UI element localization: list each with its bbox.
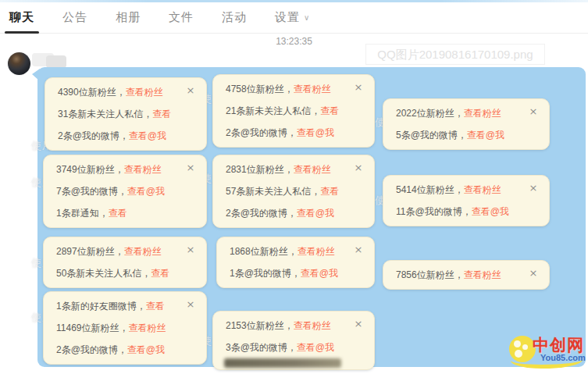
notification-card: × 1条新的好友圈微博，查看11469位新粉丝，查看粉丝2条@我的微博，查看@我 [43,291,207,365]
notification-card: × 5414位新粉丝，查看粉丝11条@我的微博，查看@我 [383,175,550,226]
notification-line: 2897位新粉丝，查看粉丝 [56,240,194,262]
sender-name-blurred [32,53,68,68]
view-link[interactable]: 查看粉丝 [464,269,501,280]
view-link[interactable]: 查看@我 [127,344,165,355]
notification-card: × 2897位新粉丝，查看粉丝50条新未关注人私信，查看 [43,237,207,288]
notification-text: 2022位新粉丝， [396,108,464,119]
view-link[interactable]: 查看@我 [472,206,509,217]
view-link[interactable]: 查看粉丝 [294,164,331,175]
notification-card: × 2153位新粉丝，查看粉丝3条@我的微博，查看@我 [212,311,375,370]
notification-line: 7856位新粉丝，查看粉丝 [396,264,536,286]
notification-text: 11条@我的微博， [396,206,472,217]
notification-text: 2条@我的微博， [56,344,127,355]
view-link[interactable]: 查看@我 [297,208,334,219]
notification-text: 1条新的好友圈微博， [56,301,146,312]
notification-line: 31条新未关注人私信，查看 [58,103,194,125]
notification-line: 57条新未关注人私信，查看 [226,180,362,202]
tab-bar: 聊天公告相册文件活动设置∨ [0,2,588,34]
notification-text: 7856位新粉丝， [396,269,464,280]
notification-line: 4758位新粉丝，查看粉丝 [226,78,362,100]
notification-text: 57条新未关注人私信， [226,186,320,197]
notification-line: 7条@我的微博，查看@我 [56,180,194,202]
tab-chat[interactable]: 聊天 [6,2,37,34]
tab-activity[interactable]: 活动 [219,2,250,34]
close-icon[interactable]: × [528,268,539,279]
notification-line: 1868位新粉丝，查看粉丝 [230,240,362,262]
tab-album[interactable]: 相册 [112,2,144,34]
view-link[interactable]: 查看粉丝 [126,87,163,98]
view-link[interactable]: 查看粉丝 [298,246,335,257]
chat-window: 聊天公告相册文件活动设置∨ 13:23:35 QQ图片2019081617010… [0,0,588,374]
notification-card: × 4758位新粉丝，查看粉丝21条新未关注人私信，查看2条@我的微博，查看@我 [212,74,375,148]
close-icon[interactable]: × [528,106,539,117]
close-icon[interactable]: × [353,82,364,93]
view-link[interactable]: 查看粉丝 [294,320,331,331]
view-link[interactable]: 查看粉丝 [128,322,166,333]
notification-text: 5条@我的微博， [396,130,467,141]
tab-announcement[interactable]: 公告 [59,2,91,34]
notification-line: 1条群通知，查看 [56,202,194,224]
notification-line: 2022位新粉丝，查看粉丝 [396,102,536,124]
notification-text: 1条群通知， [56,208,109,219]
notification-text: 2153位新粉丝， [226,320,294,331]
tab-settings[interactable]: 设置∨ [272,2,313,34]
view-link[interactable]: 查看粉丝 [294,84,331,94]
close-icon[interactable]: × [185,299,196,310]
notification-line: 1条新的好友圈微博，查看 [56,295,194,317]
notification-text: 31条新未关注人私信， [58,109,152,119]
notification-text: 21条新未关注人私信， [226,105,320,116]
view-link[interactable]: 查看@我 [467,130,504,141]
close-icon[interactable]: × [353,162,364,173]
close-icon[interactable]: × [185,85,196,96]
close-icon[interactable]: × [353,319,364,329]
view-link[interactable]: 查看@我 [297,342,334,353]
close-icon[interactable]: × [185,244,196,255]
view-link[interactable]: 查看@我 [297,127,334,138]
notification-card: × 2022位新粉丝，查看粉丝5条@我的微博，查看@我 [383,98,550,150]
tab-files[interactable]: 文件 [166,2,197,34]
chevron-down-icon: ∨ [304,13,310,22]
notification-text: 50条新未关注人私信， [56,268,151,279]
close-icon[interactable]: × [528,183,539,194]
notification-text: 7条@我的微博， [56,186,127,197]
censored-content [224,358,341,368]
notification-line: 50条新未关注人私信，查看 [56,262,194,284]
film-reel-icon [509,336,536,362]
notification-text: 4390位新粉丝， [58,87,126,98]
view-link[interactable]: 查看粉丝 [464,108,501,119]
notification-text: 2831位新粉丝， [226,164,294,175]
view-link[interactable]: 查看粉丝 [124,164,162,175]
image-filename-overlay: QQ图片20190816170109.png [365,44,545,65]
view-link[interactable]: 查看 [146,301,165,312]
notification-text: 2897位新粉丝， [56,246,124,257]
sender-avatar[interactable] [8,52,30,75]
close-icon[interactable]: × [353,244,364,255]
view-link[interactable]: 查看粉丝 [464,184,501,195]
notification-line: 2条@我的微博，查看@我 [226,122,362,144]
notification-text: 2条@我的微博， [226,127,297,138]
notification-text: 2条@我的微博， [58,130,129,141]
notification-line: 4390位新粉丝，查看粉丝 [58,81,194,103]
close-icon[interactable]: × [185,162,196,173]
notification-card: × 3749位新粉丝，查看粉丝7条@我的微博，查看@我1条群通知，查看 [43,155,207,228]
watermark-domain: You85.com [540,353,586,362]
notification-card: × 2831位新粉丝，查看粉丝57条新未关注人私信，查看2条@我的微博，查看@我 [212,155,375,228]
notification-text: 2条@我的微博， [226,208,297,219]
view-link[interactable]: 查看 [320,186,339,197]
view-link[interactable]: 查看 [320,105,339,116]
notification-text: 11469位新粉丝， [56,322,128,333]
notification-line: 5414位新粉丝，查看粉丝 [396,179,536,201]
notification-text: 5414位新粉丝， [396,184,464,195]
view-link[interactable]: 查看@我 [127,186,165,197]
view-link[interactable]: 查看粉丝 [124,246,162,257]
view-link[interactable]: 查看 [152,109,171,119]
view-link[interactable]: 查看 [109,208,127,219]
notification-line: 21条新未关注人私信，查看 [226,100,362,122]
view-link[interactable]: 查看@我 [301,268,338,279]
notification-line: 11469位新粉丝，查看粉丝 [56,317,194,339]
view-link[interactable]: 查看@我 [129,130,166,141]
view-link[interactable]: 查看 [151,268,169,279]
notification-line: 2条@我的微博，查看@我 [56,339,194,361]
notification-text: 1868位新粉丝， [230,246,298,257]
notification-line: 1条@我的微博，查看@我 [230,262,362,284]
